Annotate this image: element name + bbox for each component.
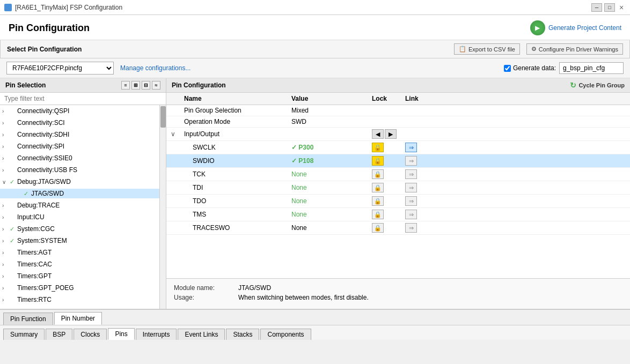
list-item[interactable]: › Timers:RTC — [0, 294, 166, 306]
scrollbar-thumb[interactable] — [160, 106, 166, 128]
lock-button[interactable]: 🔒 — [372, 223, 384, 233]
lock-button[interactable]: 🔒 — [372, 156, 384, 166]
minimize-button[interactable]: ─ — [591, 3, 602, 12]
configure-pin-driver-button[interactable]: ⚙ Configure Pin Driver Warnings — [526, 43, 623, 55]
tab-summary[interactable]: Summary — [3, 329, 45, 340]
lock-button[interactable]: 🔒 — [372, 210, 384, 219]
tree-row-timers-gpt-poeg[interactable]: › Timers:GPT_POEG — [0, 283, 166, 293]
cycle-pin-group-button[interactable]: ↻ Cycle Pin Group — [570, 81, 625, 90]
manage-configurations-link[interactable]: Manage configurations... — [120, 64, 191, 72]
export-csv-button[interactable]: 📋 Export to CSV file — [454, 43, 520, 55]
table-row[interactable]: TCK None 🔒 ⇒ — [166, 168, 630, 181]
list-item[interactable]: › Timers:CAC — [0, 258, 166, 270]
list-item[interactable]: › Timers:AGT — [0, 247, 166, 258]
list-item[interactable]: › Connectivity:SDHI — [0, 129, 166, 140]
tree-label: Timers:CAC — [17, 261, 52, 268]
tab-pins[interactable]: Pins — [108, 328, 134, 340]
list-item[interactable]: › Connectivity:SCI — [0, 117, 166, 129]
list-item[interactable]: › Connectivity:QSPI — [0, 105, 166, 117]
table-row[interactable]: TDO None 🔒 ⇒ — [166, 195, 630, 208]
table-row[interactable]: ∨ Input/Output ◀ ▶ — [166, 128, 630, 141]
list-item[interactable]: › Debug:TRACE — [0, 199, 166, 211]
list-item[interactable]: › Timers:GPT_POEG — [0, 282, 166, 294]
list-icon[interactable]: ≡ — [121, 81, 130, 90]
list-item[interactable]: ✓ JTAG/SWD — [0, 188, 166, 199]
tree-label: Input:ICU — [17, 213, 45, 221]
row-extra — [428, 208, 630, 221]
list-item[interactable]: ∨ ✓ Debug:JTAG/SWD — [0, 176, 166, 188]
table-row[interactable]: SWCLK ✓ P300 🔒 ⇒ — [166, 141, 630, 154]
list-item[interactable]: › Timers:GPT — [0, 270, 166, 282]
tab-pin-function[interactable]: Pin Function — [3, 313, 53, 325]
table-row[interactable]: TRACESWO None 🔒 ⇒ — [166, 221, 630, 235]
tree-row-sci[interactable]: › Connectivity:SCI — [0, 118, 166, 128]
tab-clocks[interactable]: Clocks — [74, 329, 107, 340]
link-button[interactable]: ⇒ — [405, 169, 417, 179]
list-item[interactable]: › ✓ System:SYSTEM — [0, 235, 166, 247]
row-link: ⇒ — [401, 208, 428, 221]
row-extra — [428, 195, 630, 208]
tab-interrupts[interactable]: Interrupts — [136, 329, 177, 340]
tab-bsp[interactable]: BSP — [46, 329, 72, 340]
filter-input[interactable] — [0, 93, 166, 105]
collapse-all-icon[interactable]: ⊟ — [142, 81, 150, 90]
table-row[interactable]: TMS None 🔒 ⇒ — [166, 208, 630, 221]
tree-row-debug-jtag[interactable]: ∨ ✓ Debug:JTAG/SWD — [0, 177, 166, 187]
row-name: SWDIO — [180, 154, 287, 168]
expand-all-icon[interactable]: ⊞ — [131, 81, 140, 90]
config-file-select[interactable]: R7FA6E10F2CFP.pincfg — [6, 62, 114, 75]
tree-row-system-cgc[interactable]: › ✓ System:CGC — [0, 224, 166, 234]
lock-button[interactable]: 🔒 — [372, 169, 384, 179]
tree-row-jtag-swd[interactable]: ✓ JTAG/SWD — [0, 189, 166, 198]
tree-row-timers-rtc[interactable]: › Timers:RTC — [0, 295, 166, 304]
nav-right-button[interactable]: ▶ — [385, 129, 397, 139]
col-header-value: Value — [287, 93, 368, 105]
tree-row-debug-trace[interactable]: › Debug:TRACE — [0, 200, 166, 210]
nav-left-button[interactable]: ◀ — [372, 129, 384, 139]
tree-label: Connectivity:SCI — [17, 119, 65, 127]
table-row[interactable]: Operation Mode SWD — [166, 116, 630, 128]
lock-button[interactable]: 🔒 — [372, 183, 384, 192]
lock-button[interactable]: 🔒 — [372, 196, 384, 206]
expand-cell — [166, 221, 180, 235]
list-item[interactable]: › Input:ICU — [0, 211, 166, 223]
row-link — [401, 128, 428, 141]
link-button[interactable]: ⇒ — [405, 156, 417, 166]
generate-project-content-button[interactable]: Generate Project Content — [530, 20, 621, 35]
tab-event-links[interactable]: Event Links — [178, 329, 225, 340]
list-item[interactable]: › Connectivity:SSIE0 — [0, 152, 166, 164]
generate-data-checkbox[interactable] — [504, 65, 511, 72]
tree-row-timers-gpt[interactable]: › Timers:GPT — [0, 271, 166, 281]
table-row[interactable]: SWDIO ✓ P108 🔒 ⇒ — [166, 154, 630, 168]
row-extra — [428, 141, 630, 154]
tree-row-qspi[interactable]: › Connectivity:QSPI — [0, 106, 166, 116]
tree-row-usb-fs[interactable]: › Connectivity:USB FS — [0, 165, 166, 175]
tree-row-ssie0[interactable]: › Connectivity:SSIE0 — [0, 153, 166, 163]
list-item[interactable]: › ✓ System:CGC — [0, 223, 166, 235]
table-row[interactable]: TDI None 🔒 ⇒ — [166, 181, 630, 195]
tree-row-timers-agt[interactable]: › Timers:AGT — [0, 248, 166, 257]
link-button[interactable]: ⇒ — [405, 223, 417, 233]
tree-row-sdhi[interactable]: › Connectivity:SDHI — [0, 130, 166, 139]
tree-row-timers-cac[interactable]: › Timers:CAC — [0, 259, 166, 269]
filter-icon[interactable]: ≈ — [152, 81, 160, 90]
row-value: None — [287, 221, 368, 235]
tab-stacks[interactable]: Stacks — [226, 329, 259, 340]
close-button[interactable]: × — [617, 3, 626, 12]
tab-pin-number[interactable]: Pin Number — [54, 312, 102, 325]
tree-row-spi[interactable]: › Connectivity:SPI — [0, 142, 166, 151]
lock-button[interactable]: 🔒 — [372, 143, 384, 152]
list-item[interactable]: › Connectivity:SPI — [0, 140, 166, 152]
tab-components[interactable]: Components — [260, 329, 311, 340]
link-button[interactable]: ⇒ — [405, 196, 417, 206]
table-row[interactable]: Pin Group Selection Mixed — [166, 105, 630, 116]
maximize-button[interactable]: □ — [604, 3, 615, 12]
tree-row-input-icu[interactable]: › Input:ICU — [0, 212, 166, 222]
link-button[interactable]: ⇒ — [405, 183, 417, 192]
generate-data-input[interactable] — [559, 62, 624, 74]
row-value: ✓ P108 — [287, 154, 368, 168]
link-button[interactable]: ⇒ — [405, 210, 417, 219]
tree-row-system-system[interactable]: › ✓ System:SYSTEM — [0, 236, 166, 246]
list-item[interactable]: › Connectivity:USB FS — [0, 164, 166, 176]
link-button[interactable]: ⇒ — [405, 143, 417, 152]
